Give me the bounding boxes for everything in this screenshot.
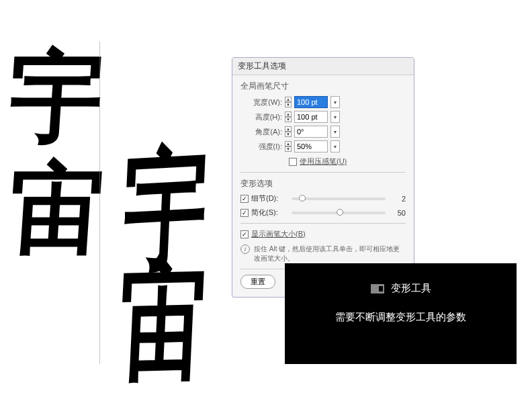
intensity-label: 强度(I): (240, 142, 282, 152)
detail-slider[interactable] (292, 197, 386, 200)
warp-tool-icon (371, 284, 384, 294)
simplify-checkbox[interactable] (240, 209, 249, 217)
simplify-label: 简化(S): (251, 208, 278, 218)
char-right-2: 宙 (116, 234, 210, 405)
show-brush-size-checkbox[interactable] (240, 230, 249, 238)
width-label: 宽度(W): (240, 97, 282, 107)
show-brush-size-label: 显示画笔大小(B) (251, 229, 306, 239)
brush-size-section-label: 全局画笔尺寸 (240, 81, 406, 92)
height-dropdown[interactable]: ▼ (330, 111, 340, 123)
detail-checkbox[interactable] (240, 195, 249, 203)
width-input[interactable] (294, 96, 328, 108)
dialog-title: 变形工具选项 (232, 58, 414, 75)
warp-options-section-label: 变形选项 (240, 178, 406, 189)
info-icon: i (240, 244, 250, 254)
height-label: 高度(H): (240, 112, 282, 122)
detail-value: 2 (390, 195, 406, 203)
intensity-dropdown[interactable]: ▼ (330, 140, 340, 152)
pressure-pen-checkbox[interactable] (289, 158, 297, 166)
angle-label: 角度(A): (240, 127, 282, 137)
pressure-pen-label: 使用压感笔(U) (300, 156, 347, 167)
intensity-stepper[interactable]: ▲▼ (285, 141, 292, 152)
detail-label: 细节(D): (251, 193, 278, 204)
intensity-input[interactable] (294, 140, 328, 152)
tool-tooltip: 变形工具 需要不断调整变形工具的参数 (285, 263, 517, 364)
info-text: 按住 Alt 键，然后使用该工具单击，即可相应地更改画笔大小。 (254, 244, 406, 263)
warp-tool-options-dialog: 变形工具选项 全局画笔尺寸 宽度(W): ▲▼ ▼ 高度(H): ▲▼ ▼ 角度… (232, 57, 414, 298)
tooltip-desc: 需要不断调整变形工具的参数 (298, 311, 503, 324)
angle-stepper[interactable]: ▲▼ (285, 126, 292, 137)
tooltip-title: 变形工具 (391, 282, 431, 295)
height-stepper[interactable]: ▲▼ (285, 111, 292, 122)
angle-input[interactable] (294, 126, 328, 138)
height-input[interactable] (294, 111, 328, 123)
angle-dropdown[interactable]: ▼ (330, 126, 340, 138)
width-dropdown[interactable]: ▼ (330, 96, 340, 108)
simplify-value: 50 (390, 209, 406, 217)
simplify-slider[interactable] (292, 212, 386, 214)
reset-button[interactable]: 重置 (240, 275, 275, 289)
char-left-2: 宙 (5, 143, 107, 277)
divider-dotted (99, 42, 100, 363)
width-stepper[interactable]: ▲▼ (285, 97, 292, 107)
